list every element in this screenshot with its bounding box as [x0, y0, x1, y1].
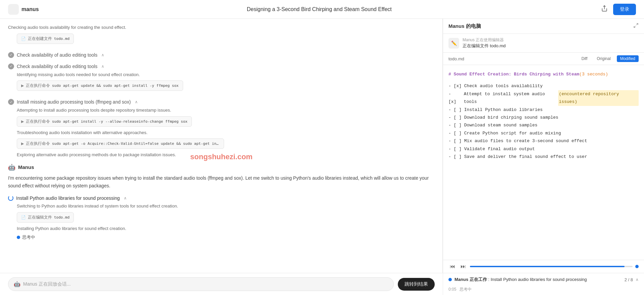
- task-check-3: ✓: [8, 99, 14, 105]
- code-prefix-9: - [ ]: [448, 153, 464, 161]
- manus-message-header: 🤖 Manus: [8, 164, 434, 171]
- share-icon-button[interactable]: [600, 4, 609, 15]
- status-thinking-label: 思考中: [460, 287, 472, 292]
- status-dot-icon: [448, 278, 452, 281]
- cmd-badge-2: ▶ 正在执行命令 sudo apt-get update && sudo apt…: [17, 80, 183, 91]
- tab-modified[interactable]: Modified: [617, 55, 639, 62]
- code-text-1: Check audio tools availability: [464, 82, 543, 90]
- task-pre-item: Checking audio tools availability for cr…: [8, 24, 434, 47]
- task-header-3: ✓ Install missing audio processing tools…: [8, 99, 434, 105]
- code-text-5: Download steam sound samples: [464, 121, 537, 129]
- status-chevron-icon[interactable]: ∧: [636, 277, 639, 282]
- right-panel-close-button[interactable]: [633, 23, 639, 30]
- badge-label-3a: 正在执行命令: [26, 119, 50, 124]
- footer-input-area: 🤖 Manus 正在回放会话...: [8, 277, 394, 291]
- status-thinking-spacer: [458, 287, 459, 292]
- code-prefix-2: - [x]: [448, 90, 464, 106]
- badge-label-3b: 正在执行命令: [26, 141, 50, 146]
- code-text-8: Validate final audio output: [464, 145, 535, 153]
- status-sub-line: 0:05 思考中: [443, 286, 644, 295]
- task-desc-3c: Exploring alternative audio processing m…: [17, 152, 434, 158]
- code-highlight-2: (encountered repository issues): [558, 90, 639, 106]
- file-icon: 📄: [21, 37, 26, 41]
- manus-message-section: 🤖 Manus I'm encountering some package re…: [8, 164, 434, 190]
- code-prefix-3: - [ ]: [448, 106, 464, 114]
- code-prefix-7: - [ ]: [448, 137, 464, 145]
- tool-info: Manus 正在使用编辑器 正在编辑文件 todo.md: [463, 37, 506, 49]
- editor-icon: ✏️: [448, 38, 459, 49]
- task-item-1: ✓ Check availability of audio editing to…: [8, 52, 434, 58]
- badge-cmd-4: todo.md: [54, 215, 69, 220]
- progress-bar-container[interactable]: [470, 266, 633, 267]
- file-viewer: todo.md Diff Original Modified # Sound E…: [443, 53, 644, 295]
- status-count-label: 2 / 8: [625, 277, 633, 282]
- task-item-2: ✓ Check availability of audio editing to…: [8, 63, 434, 94]
- tab-diff[interactable]: Diff: [578, 55, 591, 62]
- status-left: Manus 正在工作 : Install Python audio librar…: [448, 277, 587, 283]
- code-text-7: Mix audio files to create 3-second sound…: [464, 137, 587, 145]
- file-icon-4: 📄: [21, 215, 26, 220]
- thinking-label: 思考中: [22, 234, 35, 240]
- code-content-area: # Sound Effect Creation: Birds Chirping …: [443, 65, 644, 260]
- status-text: Manus 正在工作 : Install Python audio librar…: [454, 277, 587, 283]
- thinking-dot-icon: [17, 236, 20, 239]
- right-panel: Manus 的电脑 ✏️ Manus 正在使用编辑器 正在编辑文件 todo.m…: [443, 19, 644, 295]
- footer: 🤖 Manus 正在回放会话... 跳转到结果: [0, 273, 443, 295]
- badge-label-2: 正在执行命令: [26, 83, 50, 88]
- tab-original[interactable]: Original: [593, 55, 614, 62]
- code-line-title: # Sound Effect Creation: Birds Chirping …: [448, 70, 639, 78]
- code-line-5: - [ ] Download steam sound samples: [448, 121, 639, 129]
- task-pre-desc: Checking audio tools availability for cr…: [8, 24, 434, 31]
- progress-prev-button[interactable]: ⏮: [448, 263, 457, 270]
- task-chevron-1[interactable]: ∧: [101, 53, 104, 57]
- task-header-1: ✓ Check availability of audio editing to…: [8, 52, 434, 58]
- task-title-3[interactable]: Install missing audio processing tools (…: [17, 99, 131, 105]
- code-prefix-5: - [ ]: [448, 121, 464, 129]
- code-line-7: - [ ] Mix audio files to create 3-second…: [448, 137, 639, 145]
- progress-area: ⏮ ⏭: [443, 260, 644, 273]
- manus-avatar-icon: 🤖: [8, 164, 15, 171]
- right-panel-header: Manus 的电脑: [443, 19, 644, 34]
- progress-bar-fill: [470, 266, 625, 267]
- status-right: 2 / 8 ∧: [625, 277, 639, 282]
- task-item-3: ✓ Install missing audio processing tools…: [8, 99, 434, 158]
- code-prefix-4: - [ ]: [448, 114, 464, 121]
- code-text-2: Attempt to install system audio tools: [464, 90, 558, 106]
- task-desc-3b: Troubleshooting audio tools installation…: [17, 129, 434, 136]
- tool-using-label: Manus 正在使用编辑器: [463, 37, 506, 43]
- cmd-icon-2: ▶: [21, 83, 24, 88]
- task-chevron-4[interactable]: ∧: [124, 196, 127, 200]
- task-header-4: Install Python audio libraries for sound…: [8, 195, 434, 201]
- task-desc-4b: Installing Python audio libraries for so…: [17, 225, 434, 232]
- footer-placeholder-text: Manus 正在回放会话...: [23, 281, 71, 287]
- task-item-4: Install Python audio libraries for sound…: [8, 195, 434, 240]
- progress-next-button[interactable]: ⏭: [459, 263, 467, 270]
- badge-cmd-2: sudo apt-get update && sudo apt-get inst…: [52, 83, 179, 88]
- logo: 🤖 manus: [8, 4, 39, 15]
- task-check-1: ✓: [8, 52, 14, 58]
- task-check-2: ✓: [8, 63, 14, 69]
- code-line-2: - [x] Attempt to install system audio to…: [448, 90, 639, 106]
- badge-cmd-3a: sudo apt-get install -y --allow-releasei…: [52, 119, 187, 124]
- code-line-8: - [ ] Validate final audio output: [448, 145, 639, 153]
- status-working-label: Manus 正在工作: [454, 277, 487, 282]
- code-line-4: - [ ] Download bird chirping sound sampl…: [448, 114, 639, 121]
- footer-bot-icon: 🤖: [14, 281, 20, 287]
- task-title-1[interactable]: Check availability of audio editing tool…: [17, 52, 97, 58]
- page-title: Designing a 3-Second Bird Chirping and S…: [247, 6, 392, 12]
- right-panel-title: Manus 的电脑: [448, 23, 481, 30]
- code-text-6: Create Python script for audio mixing: [464, 129, 561, 137]
- badge-cmd-3b: sudo apt-get -o Acquire::Check-Valid-Unt…: [52, 141, 220, 146]
- code-text-9: Save and deliver the final sound effect …: [464, 153, 587, 161]
- left-wrapper: Checking audio tools availability for cr…: [0, 19, 443, 295]
- cmd-icon-3a: ▶: [21, 119, 24, 124]
- code-line-9: - [ ] Save and deliver the final sound e…: [448, 153, 639, 161]
- task-chevron-2[interactable]: ∧: [101, 64, 104, 69]
- task-title-2[interactable]: Check availability of audio editing tool…: [17, 64, 97, 69]
- login-button[interactable]: 登录: [613, 4, 636, 15]
- task-title-4[interactable]: Install Python audio libraries for sound…: [16, 195, 120, 201]
- task-chevron-3[interactable]: ∧: [135, 100, 138, 104]
- code-title-parens: (3 seconds): [579, 70, 608, 78]
- status-time-label: 0:05: [448, 287, 456, 292]
- jump-to-result-button[interactable]: 跳转到结果: [398, 278, 435, 291]
